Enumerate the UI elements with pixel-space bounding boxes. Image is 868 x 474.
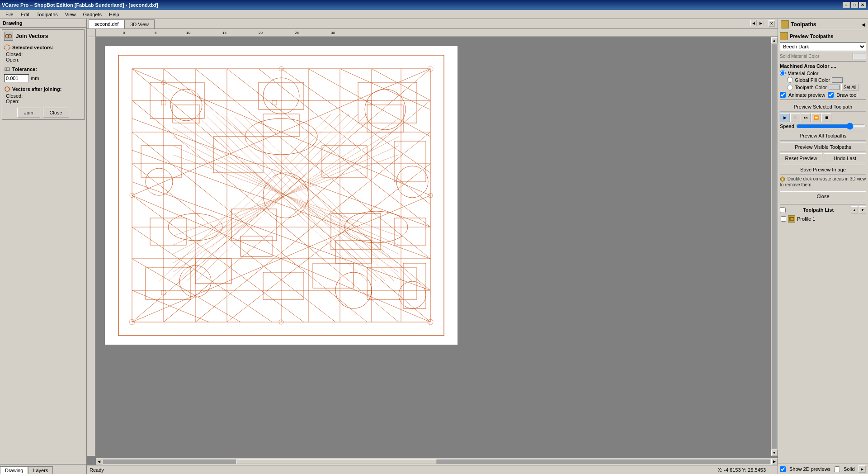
selected-vectors-block: Selected vectors: Closed: Open: [4, 44, 82, 62]
svg-point-5 [5, 87, 9, 91]
preview-all-button[interactable]: Preview All Toolpaths [780, 131, 866, 141]
animate-checkbox[interactable] [780, 92, 786, 98]
tab-next-button[interactable]: ▶ [758, 20, 764, 26]
preview-selected-button[interactable]: Preview Selected Toolpath [780, 102, 866, 112]
join-vectors-label: Join Vectors [16, 33, 48, 39]
close-panel-button[interactable]: Close [43, 108, 69, 118]
minimize-button[interactable]: − [843, 2, 850, 8]
left-panel-content: Join Vectors Selected vectors: Closed: [0, 28, 86, 464]
preview-toolpaths-header: Preview Toolpaths [780, 32, 866, 40]
scroll-left-button[interactable]: ◀ [96, 459, 102, 465]
draw-tool-checkbox[interactable] [828, 92, 834, 98]
toolpath-color-swatch[interactable] [829, 85, 840, 90]
canvas-wrapper: 0 5 10 15 20 25 30 [87, 29, 778, 465]
tab-close-button[interactable]: ✕ [769, 20, 775, 27]
scroll-thumb-horizontal[interactable] [236, 460, 437, 464]
svg-text:20: 20 [259, 31, 263, 35]
selected-vectors-icon [4, 44, 10, 51]
tab-layers[interactable]: Layers [28, 466, 53, 474]
open-label: Open: [4, 57, 82, 62]
save-preview-image-button[interactable]: Save Preview Image [780, 165, 866, 175]
material-color-label: Material Color [788, 71, 818, 76]
list-buttons: ▲ ▼ [851, 206, 866, 213]
svg-text:15: 15 [222, 31, 226, 35]
list-down-button[interactable]: ▼ [859, 206, 866, 213]
material-dropdown[interactable]: Beech Dark [780, 42, 866, 51]
global-fill-swatch[interactable] [832, 77, 843, 83]
tab-drawing[interactable]: Drawing [0, 466, 28, 474]
canvas-content[interactable] [96, 37, 778, 456]
material-dropdown-row: Beech Dark [780, 42, 866, 51]
profile-1-checkbox[interactable] [781, 216, 786, 222]
tab-prev-button[interactable]: ◀ [750, 20, 757, 26]
menu-help[interactable]: Help [105, 11, 123, 18]
preview-visible-button[interactable]: Preview Visible Toolpaths [780, 142, 866, 152]
global-fill-label: Global Fill Color [795, 77, 830, 83]
closed-label: Closed: [4, 52, 82, 57]
show-2d-checkbox[interactable] [780, 466, 786, 472]
vectors-after-label: Vectors after joining: [4, 86, 82, 92]
menu-file[interactable]: File [2, 11, 17, 18]
material-color-radio[interactable] [780, 70, 786, 76]
undo-last-button[interactable]: Undo Last [824, 153, 866, 163]
left-panel-header: Drawing [0, 19, 86, 28]
speed-slider[interactable] [796, 123, 866, 129]
scrollbar-horizontal[interactable]: ◀ ▶ [96, 458, 778, 465]
stop-button[interactable]: ⏹ [821, 113, 831, 122]
menu-toolpaths[interactable]: Toolpaths [33, 11, 61, 18]
menu-gadgets[interactable]: Gadgets [79, 11, 105, 18]
scroll-track-horizontal[interactable] [103, 460, 770, 464]
tab-3d-view[interactable]: 3D View [124, 19, 155, 28]
action-buttons: Join Close [4, 108, 82, 118]
right-panel: Toolpaths ◀ Preview Toolpaths Beech Dark [778, 19, 868, 474]
profile-1-item: Profile 1 [780, 215, 866, 223]
drawing-canvas [105, 46, 458, 345]
toolpath-list-title: Toolpath List [803, 207, 834, 213]
svg-text:i: i [782, 178, 783, 181]
step-forward-button[interactable]: ⏭ [801, 113, 811, 122]
tolerance-input[interactable] [4, 74, 29, 82]
vectors-after-icon [4, 86, 10, 92]
panel-collapse-button[interactable]: ◀ [862, 22, 865, 27]
scrollbar-vertical[interactable]: ▲ ▼ [770, 37, 778, 456]
global-fill-radio[interactable] [787, 77, 793, 83]
toolpath-list-checkbox[interactable] [780, 207, 786, 213]
maximize-button[interactable]: □ [851, 2, 858, 8]
solid-material-row: Solid Material Color [780, 53, 866, 59]
solid-material-swatch[interactable] [853, 53, 866, 59]
pause-button[interactable]: ⏸ [790, 113, 800, 122]
bottom-options: Show 2D previews Solid ▶ [778, 464, 868, 474]
close-preview-button[interactable]: Close [780, 191, 866, 201]
profile-1-icon [788, 215, 795, 223]
scroll-up-button[interactable]: ▲ [771, 37, 778, 43]
play-button[interactable]: ▶ [780, 113, 790, 122]
toolpath-color-radio[interactable] [787, 85, 793, 90]
reset-undo-row: Reset Preview Undo Last [780, 153, 866, 163]
join-button[interactable]: Join [17, 108, 40, 118]
coordinates-text: X: -4.6153 Y: 25.5453 [718, 467, 766, 473]
scroll-track-vertical[interactable] [772, 44, 777, 449]
list-up-button[interactable]: ▲ [851, 206, 858, 213]
panel-expand-button[interactable]: ▶ [859, 465, 866, 473]
global-fill-row: Global Fill Color [780, 77, 866, 83]
right-panel-content: Preview Toolpaths Beech Dark Solid Mater… [778, 30, 868, 464]
svg-rect-3 [5, 68, 9, 71]
scroll-down-button[interactable]: ▼ [771, 450, 778, 456]
animate-row: Animate preview Draw tool [780, 92, 866, 98]
tab-second-dxf[interactable]: second.dxf [89, 19, 124, 28]
status-text: Ready [90, 467, 718, 473]
fast-forward-button[interactable]: ⏩ [811, 113, 821, 122]
join-vectors-icon [4, 32, 13, 41]
info-icon: i [780, 176, 785, 182]
reset-preview-button[interactable]: Reset Preview [780, 153, 822, 163]
bottom-tabs: Drawing Layers [0, 464, 86, 474]
close-button[interactable]: ✕ [859, 2, 866, 8]
scroll-right-button[interactable]: ▶ [771, 459, 778, 465]
menu-view[interactable]: View [61, 11, 80, 18]
solid-checkbox[interactable] [834, 466, 840, 472]
left-panel: Drawing Join Vectors [0, 19, 87, 474]
set-all-button[interactable]: Set All [841, 84, 859, 91]
menu-edit[interactable]: Edit [17, 11, 33, 18]
playback-controls: ▶ ⏸ ⏭ ⏩ ⏹ [780, 113, 866, 122]
solid-label: Solid [844, 466, 854, 472]
